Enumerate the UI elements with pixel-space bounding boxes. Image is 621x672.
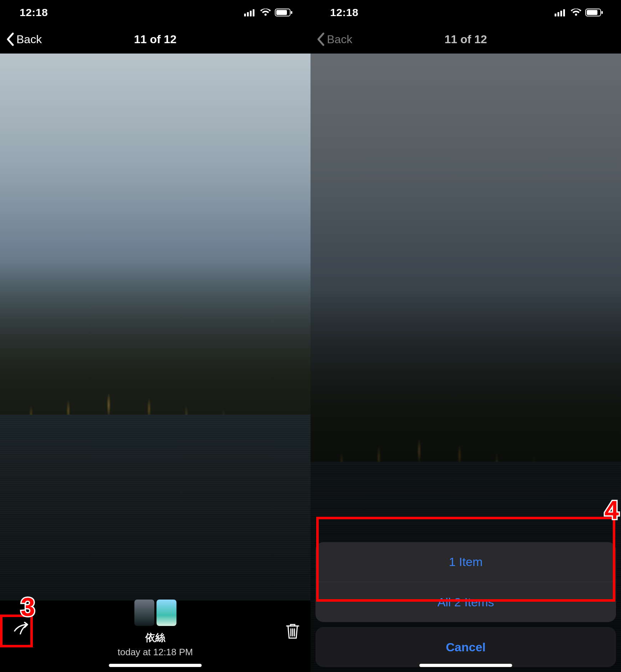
thumbnail-row[interactable] — [134, 600, 176, 626]
battery-icon — [585, 8, 603, 17]
sheet-option-one-item[interactable]: 1 Item — [315, 542, 616, 582]
back-label: Back — [16, 33, 42, 46]
sender-name: 依絲 — [145, 631, 165, 645]
svg-rect-3 — [253, 9, 254, 16]
delete-button[interactable] — [282, 618, 303, 643]
chevron-left-icon — [6, 32, 14, 46]
photo-view[interactable] — [0, 54, 310, 601]
svg-rect-0 — [244, 14, 246, 16]
battery-icon — [275, 8, 293, 17]
svg-rect-8 — [557, 12, 559, 16]
status-bar: 12:18 — [0, 0, 310, 25]
timestamp-label: today at 12:18 PM — [117, 647, 193, 658]
wifi-icon — [260, 9, 271, 16]
nav-title: 11 of 12 — [134, 33, 176, 46]
cellular-icon — [244, 9, 256, 16]
back-button[interactable]: Back — [316, 32, 352, 46]
annotation-number: 3 — [21, 592, 35, 622]
svg-rect-6 — [291, 11, 292, 14]
svg-rect-10 — [563, 9, 565, 16]
svg-rect-13 — [601, 11, 603, 14]
back-label: Back — [327, 33, 352, 46]
bottom-toolbar: 依絲 today at 12:18 PM — [0, 601, 310, 672]
thumbnail[interactable] — [134, 600, 154, 626]
svg-rect-9 — [560, 11, 562, 16]
photo-view: 1 Item All 2 Items Cancel — [310, 54, 621, 672]
nav-bar: Back 11 of 12 — [310, 25, 621, 54]
annotation-number: 4 — [605, 495, 619, 525]
status-bar: 12:18 — [310, 0, 621, 25]
status-indicators — [555, 8, 603, 17]
screenshot-right: 12:18 Back 11 of 12 — [310, 0, 621, 672]
caption-block: 依絲 today at 12:18 PM — [117, 600, 193, 658]
photo-content — [0, 54, 310, 601]
wifi-icon — [570, 9, 582, 16]
sheet-option-all-items[interactable]: All 2 Items — [315, 582, 616, 622]
status-time: 12:18 — [330, 6, 358, 19]
action-sheet-options: 1 Item All 2 Items — [315, 542, 616, 622]
action-sheet: 1 Item All 2 Items Cancel — [315, 542, 616, 667]
svg-rect-1 — [247, 12, 249, 16]
home-indicator[interactable] — [109, 664, 202, 667]
sheet-cancel-button[interactable]: Cancel — [315, 627, 616, 667]
cellular-icon — [555, 9, 567, 16]
svg-rect-7 — [555, 14, 556, 16]
home-indicator[interactable] — [419, 664, 512, 667]
svg-rect-2 — [250, 11, 252, 16]
svg-rect-12 — [587, 10, 597, 15]
status-time: 12:18 — [20, 6, 48, 19]
nav-title: 11 of 12 — [444, 33, 487, 46]
status-indicators — [244, 8, 293, 17]
screenshot-left: 12:18 Back 11 of 12 — [0, 0, 310, 672]
nav-bar: Back 11 of 12 — [0, 25, 310, 54]
back-button[interactable]: Back — [6, 32, 42, 46]
svg-rect-5 — [276, 10, 287, 15]
chevron-left-icon — [316, 32, 325, 46]
thumbnail[interactable] — [156, 600, 176, 626]
